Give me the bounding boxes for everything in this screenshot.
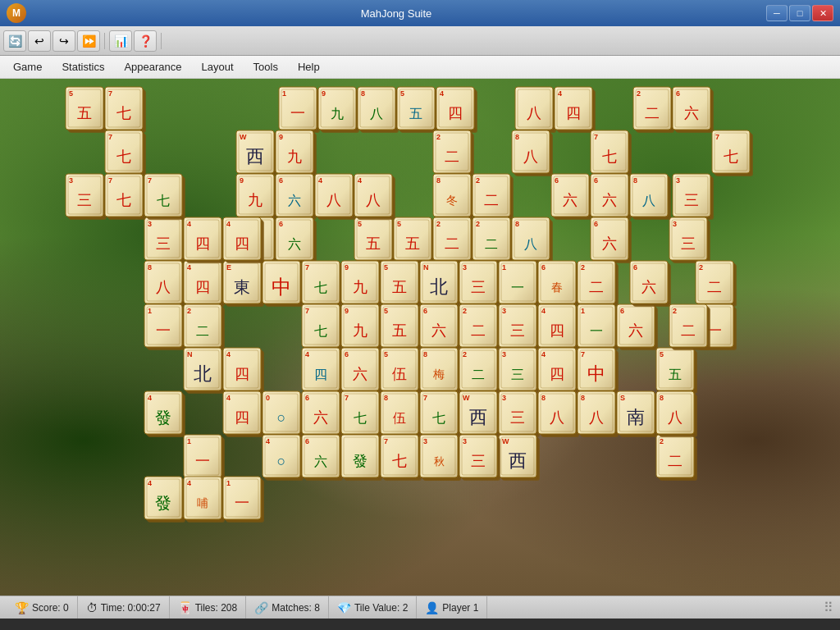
tile[interactable]: 1一 (144, 304, 185, 350)
tile[interactable]: 3三 (673, 174, 714, 220)
tile[interactable]: 2二 (656, 435, 697, 481)
tile[interactable]: 7中 (578, 348, 619, 394)
tile[interactable]: 7七 (381, 435, 422, 481)
tile[interactable]: 4四 (184, 217, 225, 263)
tile[interactable]: 2二 (472, 217, 514, 263)
tile[interactable]: 2二 (433, 130, 474, 176)
tile[interactable]: 發 (341, 435, 382, 481)
tile[interactable]: 5五 (66, 87, 107, 133)
tile[interactable]: E東 (223, 261, 264, 307)
toolbar-hint[interactable]: ⏩ (77, 30, 100, 52)
tile[interactable]: 6六 (617, 304, 658, 350)
tile[interactable]: 7七 (302, 304, 343, 350)
tile[interactable]: 7七 (105, 87, 146, 133)
menu-appearance[interactable]: Appearance (114, 57, 191, 76)
tile[interactable]: 2二 (184, 304, 225, 350)
tile[interactable]: 7七 (591, 130, 632, 176)
maximize-button[interactable]: □ (789, 5, 810, 21)
tile[interactable]: 8八 (512, 130, 553, 176)
tile[interactable]: 8八 (538, 391, 579, 437)
tile[interactable]: 8梅 (420, 348, 461, 394)
tile[interactable]: S南 (617, 391, 658, 437)
tile[interactable]: 7七 (105, 130, 146, 176)
tile[interactable]: 6六 (420, 304, 461, 350)
tile[interactable]: 4哺 (184, 477, 225, 523)
tile[interactable]: 3三 (499, 391, 540, 437)
tile[interactable]: 8八 (578, 391, 619, 437)
tile[interactable]: 6六 (591, 174, 632, 220)
close-button[interactable]: ✕ (812, 5, 833, 21)
tile[interactable]: 8冬 (433, 174, 474, 220)
tile[interactable]: 4四 (223, 217, 264, 263)
menu-help[interactable]: Help (288, 57, 330, 76)
tile[interactable]: 7七 (105, 174, 146, 220)
tile[interactable]: 8八 (144, 261, 185, 307)
tile[interactable]: 2二 (472, 174, 514, 220)
toolbar-new-game[interactable]: 🔄 (3, 30, 26, 52)
tile[interactable]: 6六 (276, 217, 317, 263)
tile[interactable]: 3三 (459, 435, 500, 481)
tile[interactable]: 4發 (144, 391, 185, 437)
toolbar-redo[interactable]: ↪ (52, 30, 75, 52)
tile[interactable]: 9九 (236, 174, 277, 220)
minimize-button[interactable]: ─ (766, 5, 788, 21)
menu-layout[interactable]: Layout (192, 57, 244, 76)
tile[interactable]: 8八 (358, 87, 399, 133)
tile[interactable]: 8八 (630, 174, 671, 220)
tile[interactable]: 1一 (279, 87, 320, 133)
tile[interactable]: 4四 (538, 304, 579, 350)
tile[interactable]: W西 (459, 391, 500, 437)
tile[interactable]: 5五 (381, 261, 422, 307)
tile[interactable]: 1一 (499, 261, 540, 307)
tile[interactable]: 6六 (630, 261, 671, 307)
tile[interactable]: 6六 (591, 217, 632, 263)
tile[interactable]: 4○ (262, 435, 304, 481)
tile[interactable]: N北 (420, 261, 461, 307)
tile[interactable]: 8八 (512, 217, 553, 263)
tile[interactable]: 6六 (551, 174, 592, 220)
tile[interactable]: 5五 (397, 87, 438, 133)
tile[interactable]: 5五 (354, 217, 395, 263)
tile[interactable]: 2二 (459, 348, 500, 394)
tile[interactable]: 2二 (459, 304, 500, 350)
tile[interactable]: 2二 (669, 304, 710, 350)
tile[interactable]: 9九 (276, 130, 317, 176)
menu-game[interactable]: Game (3, 57, 52, 76)
tile[interactable]: 6六 (341, 348, 382, 394)
tile[interactable]: 4八 (354, 174, 395, 220)
tile[interactable]: 7七 (144, 174, 185, 220)
toolbar-stats[interactable]: 📊 (109, 30, 132, 52)
tile[interactable]: 4四 (555, 87, 596, 133)
tile[interactable]: 9九 (341, 261, 382, 307)
tile[interactable]: 4四 (538, 348, 579, 394)
tile[interactable]: 1一 (223, 477, 264, 523)
tile[interactable]: 6春 (538, 261, 579, 307)
tile[interactable]: 8八 (656, 391, 697, 437)
tile[interactable]: 7七 (712, 130, 753, 176)
tile[interactable]: 4四 (184, 261, 225, 307)
tile[interactable]: 八 (515, 87, 556, 133)
tile[interactable]: 4四 (223, 348, 264, 394)
tile[interactable]: W西 (236, 130, 277, 176)
tile[interactable]: W西 (499, 435, 540, 481)
tile[interactable]: 7七 (420, 391, 461, 437)
tile[interactable]: 5五 (381, 304, 422, 350)
tile[interactable]: 5五 (394, 217, 435, 263)
tile[interactable]: 6六 (302, 435, 343, 481)
tile[interactable]: 7七 (302, 261, 343, 307)
tile[interactable]: 4四 (302, 348, 343, 394)
tile[interactable]: 6六 (276, 174, 317, 220)
tile[interactable]: 3三 (499, 304, 540, 350)
tile[interactable]: 6六 (302, 391, 343, 437)
tile[interactable]: 3秋 (420, 435, 461, 481)
tile[interactable]: 1一 (578, 304, 619, 350)
tile[interactable]: 3三 (66, 174, 107, 220)
tile[interactable]: 0○ (262, 391, 304, 437)
tile[interactable]: 4四 (436, 87, 477, 133)
tile[interactable]: 中 (262, 261, 304, 307)
tile[interactable]: 7七 (341, 391, 382, 437)
tile[interactable]: 2二 (433, 217, 474, 263)
toolbar-undo[interactable]: ↩ (28, 30, 51, 52)
menu-statistics[interactable]: Statistics (52, 57, 114, 76)
menu-tools[interactable]: Tools (244, 57, 288, 76)
